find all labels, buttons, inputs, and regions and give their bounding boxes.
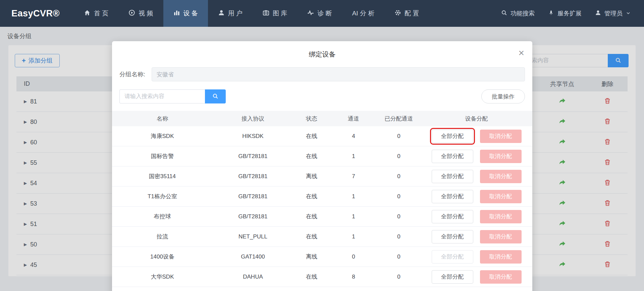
group-name-input[interactable] bbox=[152, 67, 525, 81]
assign-all-button[interactable]: 全部分配 bbox=[432, 170, 473, 183]
nav-item-device[interactable]: 设 备 bbox=[163, 0, 208, 27]
bind-device-modal: 绑定设备 × 分组名称: 批量操作 名称 接入协议 状态 通道 已分配通道 设备… bbox=[112, 41, 532, 291]
device-name: 国标告警 bbox=[112, 152, 213, 160]
admin-avatar-icon bbox=[595, 10, 601, 17]
search-icon bbox=[501, 10, 507, 17]
device-name: 拉流 bbox=[112, 233, 213, 240]
nav-item-user[interactable]: 用 户 bbox=[208, 0, 253, 27]
unassign-button[interactable]: 取消分配 bbox=[480, 170, 522, 183]
navbar-right: 功能搜索 服务扩展 管理员 bbox=[494, 0, 644, 27]
device-assigned-channels: 0 bbox=[377, 274, 421, 280]
top-navbar: EasyCVR® 首 页 视 频 设 备 用 户 图 库 诊 断 AI 分 析 … bbox=[0, 0, 644, 27]
device-protocol: HIKSDK bbox=[213, 133, 293, 140]
device-row: 国标告警 GB/T28181 在线 1 0 全部分配 取消分配 bbox=[112, 146, 532, 166]
device-status: 离线 bbox=[293, 172, 330, 180]
device-name: 国密35114 bbox=[112, 172, 213, 180]
app-logo: EasyCVR® bbox=[11, 8, 60, 19]
device-channels: 1 bbox=[330, 153, 377, 160]
unassign-button[interactable]: 取消分配 bbox=[480, 270, 522, 284]
gallery-icon bbox=[263, 9, 269, 18]
batch-operation-button[interactable]: 批量操作 bbox=[481, 89, 525, 103]
device-row: 国密35114 GB/T28181 离线 7 0 全部分配 取消分配 bbox=[112, 166, 532, 187]
chevron-down-icon bbox=[626, 10, 631, 17]
nav-item-home[interactable]: 首 页 bbox=[74, 0, 118, 27]
nav-item-video[interactable]: 视 频 bbox=[118, 0, 163, 27]
group-name-label: 分组名称: bbox=[119, 70, 149, 78]
search-icon bbox=[212, 93, 218, 100]
device-channels: 8 bbox=[330, 274, 377, 280]
device-status: 在线 bbox=[293, 213, 330, 220]
close-icon[interactable]: × bbox=[518, 48, 524, 58]
device-status: 离线 bbox=[293, 253, 330, 261]
diagnosis-icon bbox=[307, 9, 314, 18]
device-name: 布控球 bbox=[112, 213, 213, 220]
unassign-button[interactable]: 取消分配 bbox=[480, 210, 522, 223]
device-name: 海康SDK bbox=[112, 132, 213, 140]
device-channels: 1 bbox=[330, 193, 377, 200]
nav-item-gallery[interactable]: 图 库 bbox=[253, 0, 297, 27]
device-assigned-channels: 0 bbox=[377, 233, 421, 240]
device-row: 拉流 NET_PULL 在线 1 0 全部分配 取消分配 bbox=[112, 227, 532, 247]
device-status: 在线 bbox=[293, 152, 330, 160]
nav-item-diagnosis[interactable]: 诊 断 bbox=[297, 0, 342, 27]
assign-all-button[interactable]: 全部分配 bbox=[432, 250, 473, 264]
device-assigned-channels: 0 bbox=[377, 213, 421, 220]
device-row: 大华SDK DAHUA 在线 8 0 全部分配 取消分配 bbox=[112, 267, 532, 287]
user-icon bbox=[218, 9, 225, 18]
group-name-row: 分组名称: bbox=[112, 67, 532, 81]
device-row: 海康SDK HIKSDK 在线 4 0 全部分配 取消分配 bbox=[112, 126, 532, 146]
unassign-button[interactable]: 取消分配 bbox=[480, 250, 522, 264]
home-icon bbox=[84, 9, 91, 18]
device-table: 名称 接入协议 状态 通道 已分配通道 设备分配 海康SDK HIKSDK 在线… bbox=[112, 111, 532, 287]
modal-header: 绑定设备 × bbox=[112, 41, 532, 65]
device-name: 1400设备 bbox=[112, 253, 213, 261]
modal-search-input[interactable] bbox=[119, 89, 205, 103]
device-name: 大华SDK bbox=[112, 273, 213, 281]
unassign-button[interactable]: 取消分配 bbox=[480, 150, 522, 163]
assign-all-button[interactable]: 全部分配 bbox=[432, 230, 473, 243]
device-row: 布控球 GB/T28181 在线 1 0 全部分配 取消分配 bbox=[112, 207, 532, 227]
modal-search-button[interactable] bbox=[205, 89, 226, 103]
device-assigned-channels: 0 bbox=[377, 173, 421, 180]
device-channels: 1 bbox=[330, 233, 377, 240]
assign-all-button[interactable]: 全部分配 bbox=[432, 270, 473, 284]
assign-all-button[interactable]: 全部分配 bbox=[432, 150, 473, 163]
nav-item-ai[interactable]: AI 分 析 bbox=[342, 0, 385, 27]
modal-title: 绑定设备 bbox=[112, 41, 532, 59]
device-status: 在线 bbox=[293, 132, 330, 140]
gear-icon bbox=[394, 9, 401, 18]
nav-item-service-expand[interactable]: 服务扩展 bbox=[541, 0, 588, 27]
device-protocol: GB/T28181 bbox=[213, 213, 293, 220]
device-channels: 1 bbox=[330, 213, 377, 220]
device-channels: 0 bbox=[330, 253, 377, 260]
device-assigned-channels: 0 bbox=[377, 133, 421, 140]
unassign-button[interactable]: 取消分配 bbox=[480, 230, 522, 243]
rocket-icon bbox=[548, 10, 554, 17]
assign-all-button[interactable]: 全部分配 bbox=[432, 210, 473, 223]
nav-item-admin[interactable]: 管理员 bbox=[588, 0, 637, 27]
device-table-body: 海康SDK HIKSDK 在线 4 0 全部分配 取消分配 国标告警 GB/T2… bbox=[112, 126, 532, 287]
device-row: T1栋办公室 GB/T28181 在线 1 0 全部分配 取消分配 bbox=[112, 187, 532, 207]
nav-item-config[interactable]: 配 置 bbox=[384, 0, 429, 27]
device-protocol: GAT1400 bbox=[213, 253, 293, 260]
video-icon bbox=[128, 9, 135, 18]
device-assigned-channels: 0 bbox=[377, 193, 421, 200]
assign-all-button[interactable]: 全部分配 bbox=[432, 190, 473, 203]
device-channels: 7 bbox=[330, 173, 377, 180]
device-protocol: GB/T28181 bbox=[213, 193, 293, 200]
device-name: T1栋办公室 bbox=[112, 193, 213, 200]
modal-toolbar: 批量操作 bbox=[112, 89, 532, 103]
device-row: 1400设备 GAT1400 离线 0 0 全部分配 取消分配 bbox=[112, 247, 532, 267]
device-protocol: NET_PULL bbox=[213, 233, 293, 240]
nav-item-function-search[interactable]: 功能搜索 bbox=[494, 0, 541, 27]
device-status: 在线 bbox=[293, 273, 330, 281]
unassign-button[interactable]: 取消分配 bbox=[480, 190, 522, 203]
device-channels: 4 bbox=[330, 133, 377, 140]
assign-all-button[interactable]: 全部分配 bbox=[432, 130, 473, 143]
device-assigned-channels: 0 bbox=[377, 253, 421, 260]
device-status: 在线 bbox=[293, 233, 330, 240]
device-assigned-channels: 0 bbox=[377, 153, 421, 160]
device-protocol: DAHUA bbox=[213, 274, 293, 280]
unassign-button[interactable]: 取消分配 bbox=[480, 130, 522, 143]
device-icon bbox=[173, 9, 180, 18]
